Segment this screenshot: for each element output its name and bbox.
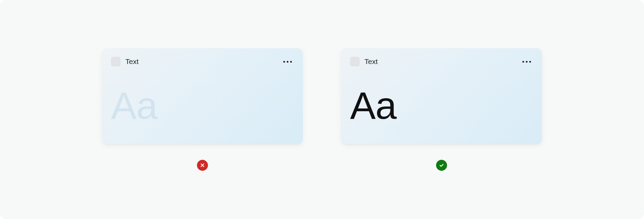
- card-body: Aa: [350, 67, 533, 144]
- card-title: Text: [364, 57, 378, 66]
- more-options-button[interactable]: [520, 59, 533, 65]
- more-dots-icon: [283, 61, 285, 63]
- comparison-canvas: Text Aa Text: [0, 0, 644, 219]
- text-card-pass: Text Aa: [341, 48, 542, 144]
- more-dots-icon: [290, 61, 292, 63]
- card-header: Text: [111, 56, 294, 67]
- card-header-left: Text: [350, 57, 378, 66]
- check-icon: [439, 163, 444, 168]
- example-fail: Text Aa: [102, 48, 303, 171]
- more-dots-icon: [287, 61, 288, 63]
- more-dots-icon: [529, 61, 531, 63]
- text-card-fail: Text Aa: [102, 48, 303, 144]
- card-body: Aa: [111, 67, 294, 144]
- swatch-icon: [350, 57, 360, 66]
- x-icon: [200, 163, 205, 168]
- more-dots-icon: [526, 61, 528, 63]
- more-dots-icon: [522, 61, 524, 63]
- example-pass: Text Aa: [341, 48, 542, 171]
- card-header-left: Text: [111, 57, 139, 66]
- more-options-button[interactable]: [281, 59, 294, 65]
- status-badge-fail: [197, 160, 208, 171]
- swatch-icon: [111, 57, 121, 66]
- card-header: Text: [350, 56, 533, 67]
- type-sample-low-contrast: Aa: [111, 87, 157, 125]
- status-badge-pass: [436, 160, 447, 171]
- type-sample-high-contrast: Aa: [350, 87, 396, 125]
- card-title: Text: [125, 57, 139, 66]
